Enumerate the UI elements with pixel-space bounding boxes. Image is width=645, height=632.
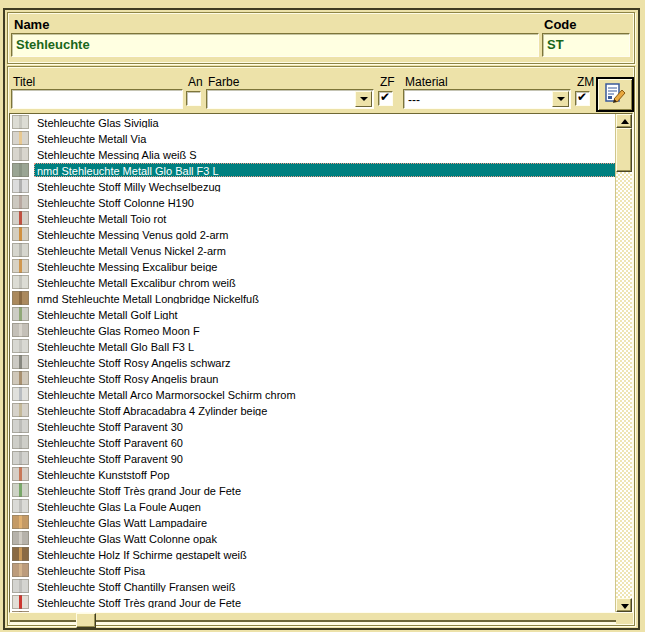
- material-combobox[interactable]: ---: [403, 89, 571, 109]
- list-item[interactable]: nmd Stehleuchte Metall Glo Ball F3 L: [10, 162, 616, 178]
- material-label: Material: [405, 75, 448, 89]
- item-label: Stehleuchte Glas La Foule Augen: [34, 499, 616, 513]
- horizontal-scrollbar-thumb[interactable]: [76, 613, 96, 628]
- item-label: Stehleuchte Messing Excalibur beige: [34, 259, 616, 273]
- item-label: Stehleuchte Stoff Chantilly Fransen weiß: [34, 579, 616, 593]
- item-thumbnail-icon: [12, 579, 29, 593]
- list-item[interactable]: Stehleuchte Stoff Très grand Jour de Fet…: [10, 482, 616, 498]
- item-label: Stehleuchte Metall Arco Marmorsockel Sch…: [34, 387, 616, 401]
- list-item[interactable]: Stehleuchte Metall Excalibur chrom weiß: [10, 274, 616, 290]
- item-thumbnail-icon: [12, 131, 29, 145]
- item-thumbnail-icon: [12, 419, 29, 433]
- an-checkbox[interactable]: ✔: [186, 91, 201, 106]
- list-item[interactable]: Stehleuchte Stoff Milly Wechselbezug: [10, 178, 616, 194]
- item-thumbnail-icon: [12, 387, 29, 401]
- item-label: Stehleuchte Messing Venus gold 2-arm: [34, 227, 616, 241]
- item-thumbnail-icon: [12, 595, 29, 609]
- list-item[interactable]: Stehleuchte Glas La Foule Augen: [10, 498, 616, 514]
- list-item[interactable]: Stehleuchte Messing Excalibur beige: [10, 258, 616, 274]
- an-label: An: [188, 75, 203, 89]
- scroll-down-button[interactable]: [616, 598, 632, 612]
- vertical-scrollbar-thumb[interactable]: [616, 128, 632, 172]
- titel-input[interactable]: [11, 89, 183, 109]
- list-item[interactable]: Stehleuchte Stoff Paravent 30: [10, 418, 616, 434]
- titel-label: Titel: [13, 75, 35, 89]
- item-label: Stehleuchte Stoff Colonne H190: [34, 195, 616, 209]
- chevron-down-icon: [360, 97, 368, 101]
- farbe-label: Farbe: [208, 75, 239, 89]
- list-item[interactable]: Stehleuchte Glas Romeo Moon F: [10, 322, 616, 338]
- item-thumbnail-icon: [12, 467, 29, 481]
- item-label: Stehleuchte Metall Toio rot: [34, 211, 616, 225]
- item-thumbnail-icon: [12, 323, 29, 337]
- item-thumbnail-icon: [12, 611, 29, 612]
- list-item[interactable]: Stehleuchte Messing Venus gold 2-arm: [10, 226, 616, 242]
- item-label: Stehleuchte Stoff Abracadabra 4 Zylinder…: [34, 403, 616, 417]
- item-thumbnail-icon: [12, 179, 29, 193]
- list-item[interactable]: Stehleuchte Messing Alia weiß S: [10, 146, 616, 162]
- list-item[interactable]: Stehleuchte Stoff Colonne H190: [10, 194, 616, 210]
- list-item[interactable]: Stehleuchte Glas Watt Lampadaire: [10, 514, 616, 530]
- item-thumbnail-icon: [12, 195, 29, 209]
- list-item[interactable]: Stehleuchte Metall Golf Light: [10, 306, 616, 322]
- name-field[interactable]: Stehleuchte: [11, 33, 539, 57]
- list-item[interactable]: Stehleuchte Glas Siviglia: [10, 114, 616, 130]
- list-item[interactable]: Stehleuchte Stoff Abracadabra 4 Zylinder…: [10, 402, 616, 418]
- list-item[interactable]: Stehleuchte Metall Toio rot: [10, 210, 616, 226]
- chevron-down-icon: [557, 97, 565, 101]
- item-label: Stehleuchte Holz If Schirme gestapelt we…: [34, 547, 616, 561]
- lamp-catalog-window: { "form": { "name": { "label": "Name", "…: [0, 0, 645, 632]
- list-item[interactable]: Stehleuchte Glas Watt Colonne opak: [10, 530, 616, 546]
- zm-checkbox[interactable]: ✔: [575, 91, 590, 106]
- list-item[interactable]: Stehleuchte Stoff Paravent 60: [10, 434, 616, 450]
- list-item[interactable]: Stehleuchte Metall Via: [10, 130, 616, 146]
- list-item[interactable]: Stehleuchte Stoff Paravent 90: [10, 450, 616, 466]
- item-thumbnail-icon: [12, 483, 29, 497]
- list-item[interactable]: Stehleuchte Kunststoff Pop: [10, 466, 616, 482]
- item-thumbnail-icon: [12, 243, 29, 257]
- item-thumbnail-icon: [12, 355, 29, 369]
- farbe-combobox[interactable]: [206, 89, 374, 109]
- list-item[interactable]: Stehleuchte Stoff Rosy Angelis braun: [10, 370, 616, 386]
- detail-report-button[interactable]: [596, 77, 634, 112]
- item-label: Stehleuchte Stoff Rosy Angelis schwarz: [34, 355, 616, 369]
- item-label: Stehleuchte Stoff Paravent 90: [34, 451, 616, 465]
- item-thumbnail-icon: [12, 291, 29, 305]
- item-label: Stehleuchte Messing Alia weiß S: [34, 147, 616, 161]
- list-item[interactable]: Stehleuchte Stoff Rosy Angelis schwarz: [10, 354, 616, 370]
- list-item[interactable]: Stehleuchte Metall Arco Marmorsockel Sch…: [10, 386, 616, 402]
- list-item[interactable]: Stehleuchte Stoff Très grand Jour de Fet…: [10, 594, 616, 610]
- item-label: Stehleuchte Glas Romeo Moon F: [34, 323, 616, 337]
- item-thumbnail-icon: [12, 307, 29, 321]
- horizontal-scrollbar-track[interactable]: [10, 620, 616, 624]
- item-label: Stehleuchte Metall Via: [34, 131, 616, 145]
- list-item[interactable]: nmd Stehleuchte Metall Longbridge Nickel…: [10, 290, 616, 306]
- list-item[interactable]: Stehleuchte Stoff Pisa: [10, 562, 616, 578]
- item-thumbnail-icon: [12, 547, 29, 561]
- item-label: nmd Stehleuchte Metall Longbridge Nickel…: [34, 291, 616, 305]
- zf-checkbox[interactable]: ✔: [378, 91, 393, 106]
- list-item[interactable]: Stehleuchte Metall Glo Ball F3 L: [10, 338, 616, 354]
- code-field[interactable]: ST: [542, 33, 630, 57]
- item-label: Stehleuchte Glas Siviglia: [34, 115, 616, 129]
- item-thumbnail-icon: [12, 227, 29, 241]
- farbe-dropdown-button[interactable]: [355, 91, 372, 107]
- item-thumbnail-icon: [12, 115, 29, 129]
- item-label: Stehleuchte Stoff Très grand Jour de Fet…: [34, 595, 616, 609]
- list-item[interactable]: Stehleuchte Holz If Schirme gestapelt we…: [10, 546, 616, 562]
- result-listbox[interactable]: Stehleuchte Glas SivigliaStehleuchte Met…: [9, 113, 633, 613]
- checkmark-icon: ✔: [380, 90, 390, 104]
- vertical-scrollbar[interactable]: [615, 114, 632, 612]
- item-thumbnail-icon: [12, 275, 29, 289]
- item-thumbnail-icon: [12, 515, 29, 529]
- item-list[interactable]: Stehleuchte Glas SivigliaStehleuchte Met…: [10, 114, 616, 612]
- list-item[interactable]: Stehleuchte: [10, 610, 616, 612]
- code-label: Code: [544, 17, 577, 32]
- list-item[interactable]: Stehleuchte Stoff Chantilly Fransen weiß: [10, 578, 616, 594]
- item-label: Stehleuchte Stoff Rosy Angelis braun: [34, 371, 616, 385]
- item-thumbnail-icon: [12, 499, 29, 513]
- item-thumbnail-icon: [12, 147, 29, 161]
- list-item[interactable]: Stehleuchte Metall Venus Nickel 2-arm: [10, 242, 616, 258]
- scroll-up-button[interactable]: [616, 114, 632, 128]
- material-dropdown-button[interactable]: [552, 91, 569, 107]
